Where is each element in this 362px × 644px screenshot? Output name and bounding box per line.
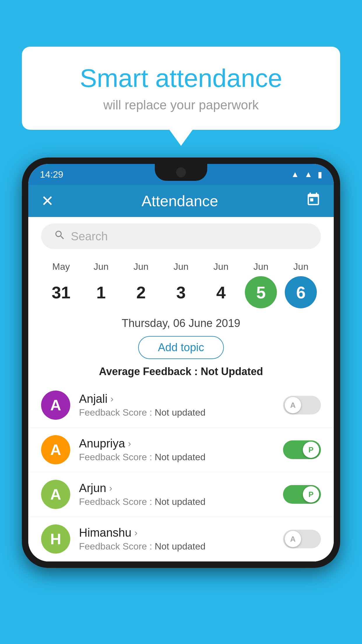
app-bar: ✕ Attendance xyxy=(28,185,334,217)
cal-month-label: May xyxy=(52,261,70,272)
cal-date-number[interactable]: 4 xyxy=(205,276,237,308)
add-topic-container: Add topic xyxy=(28,332,334,363)
attendance-toggle-0[interactable]: A xyxy=(283,396,321,414)
attendance-toggle-1[interactable]: P xyxy=(283,440,321,459)
student-name-1[interactable]: Anupriya › xyxy=(79,437,274,450)
cal-month-label: Jun xyxy=(94,261,109,272)
student-info-3: Himanshu ›Feedback Score : Not updated xyxy=(79,526,274,552)
attendance-toggle-3[interactable]: A xyxy=(283,530,321,548)
calendar-day-2[interactable]: Jun2 xyxy=(121,261,161,308)
feedback-score-3: Not updated xyxy=(155,541,205,552)
calendar-day-1[interactable]: Jun1 xyxy=(81,261,121,308)
student-feedback-2: Feedback Score : Not updated xyxy=(79,496,274,507)
student-info-2: Arjun ›Feedback Score : Not updated xyxy=(79,482,274,507)
phone-camera xyxy=(176,167,186,177)
speech-bubble-subtitle: will replace your paperwork xyxy=(45,98,317,112)
cal-month-label: Jun xyxy=(173,261,189,272)
toggle-thumb-0: A xyxy=(285,397,301,413)
student-feedback-1: Feedback Score : Not updated xyxy=(79,452,274,463)
battery-icon: ▮ xyxy=(318,170,322,179)
calendar-strip: May31Jun1Jun2Jun3Jun4Jun5Jun6 xyxy=(28,256,334,311)
chevron-icon: › xyxy=(134,527,138,538)
cal-date-number[interactable]: 1 xyxy=(85,276,117,308)
toggle-thumb-1: P xyxy=(303,442,319,458)
average-feedback-row: Average Feedback : Not Updated xyxy=(28,363,334,383)
student-info-1: Anupriya ›Feedback Score : Not updated xyxy=(79,437,274,463)
student-avatar-0: A xyxy=(41,391,70,420)
wifi-icon: ▲ xyxy=(291,170,299,179)
feedback-score-2: Not updated xyxy=(155,496,205,507)
attendance-toggle-2[interactable]: P xyxy=(283,485,321,504)
search-input[interactable]: Search xyxy=(71,230,108,243)
student-item-1[interactable]: AAnupriya ›Feedback Score : Not updatedP xyxy=(28,428,334,472)
calendar-day-4[interactable]: Jun4 xyxy=(201,261,241,308)
feedback-label: Average Feedback : xyxy=(99,365,201,377)
search-icon xyxy=(54,229,66,244)
feedback-score-0: Not updated xyxy=(155,407,205,418)
calendar-day-6[interactable]: Jun6 xyxy=(281,261,321,308)
student-name-0[interactable]: Anjali › xyxy=(79,392,274,405)
phone-screen: 14:29 ▲ ▲ ▮ ✕ Attendance xyxy=(28,164,334,561)
phone-notch xyxy=(155,164,207,181)
speech-bubble-container: Smart attendance will replace your paper… xyxy=(22,47,340,130)
student-avatar-3: H xyxy=(41,524,70,554)
selected-date-text: Thursday, 06 June 2019 xyxy=(122,317,240,329)
chevron-icon: › xyxy=(110,393,114,404)
student-info-0: Anjali ›Feedback Score : Not updated xyxy=(79,392,274,418)
student-name-3[interactable]: Himanshu › xyxy=(79,526,274,539)
cal-month-label: Jun xyxy=(294,261,309,272)
student-feedback-0: Feedback Score : Not updated xyxy=(79,407,274,418)
speech-bubble: Smart attendance will replace your paper… xyxy=(22,47,340,130)
student-list: AAnjali ›Feedback Score : Not updatedAAA… xyxy=(28,383,334,561)
cal-date-number[interactable]: 3 xyxy=(165,276,197,308)
student-avatar-2: A xyxy=(41,480,70,509)
calendar-day-0[interactable]: May31 xyxy=(41,261,81,308)
cal-date-number[interactable]: 6 xyxy=(285,276,317,308)
student-item-3[interactable]: HHimanshu ›Feedback Score : Not updatedA xyxy=(28,517,334,561)
search-container: Search xyxy=(28,217,334,256)
student-avatar-1: A xyxy=(41,435,70,464)
app-bar-title: Attendance xyxy=(141,192,218,210)
calendar-day-3[interactable]: Jun3 xyxy=(161,261,201,308)
student-item-0[interactable]: AAnjali ›Feedback Score : Not updatedA xyxy=(28,383,334,428)
cal-date-number[interactable]: 5 xyxy=(245,276,277,308)
phone-frame: 14:29 ▲ ▲ ▮ ✕ Attendance xyxy=(22,158,340,644)
student-name-2[interactable]: Arjun › xyxy=(79,482,274,495)
phone-outer: 14:29 ▲ ▲ ▮ ✕ Attendance xyxy=(22,158,340,568)
search-bar[interactable]: Search xyxy=(41,223,321,249)
student-item-2[interactable]: AArjun ›Feedback Score : Not updatedP xyxy=(28,472,334,517)
close-button[interactable]: ✕ xyxy=(41,192,54,210)
toggle-thumb-3: A xyxy=(285,531,301,547)
feedback-value: Not Updated xyxy=(201,365,263,377)
status-icons: ▲ ▲ ▮ xyxy=(291,170,322,179)
chevron-icon: › xyxy=(128,438,131,449)
add-topic-button[interactable]: Add topic xyxy=(138,336,224,359)
cal-month-label: Jun xyxy=(253,261,268,272)
chevron-icon: › xyxy=(109,483,112,494)
date-header: Thursday, 06 June 2019 xyxy=(28,311,334,332)
cal-date-number[interactable]: 2 xyxy=(125,276,157,308)
speech-bubble-title: Smart attendance xyxy=(45,64,317,92)
calendar-button[interactable] xyxy=(306,192,321,210)
signal-icon: ▲ xyxy=(304,170,312,179)
feedback-score-1: Not updated xyxy=(155,452,205,462)
toggle-thumb-2: P xyxy=(303,486,319,503)
student-feedback-3: Feedback Score : Not updated xyxy=(79,541,274,552)
calendar-day-5[interactable]: Jun5 xyxy=(241,261,281,308)
average-feedback-text: Average Feedback : Not Updated xyxy=(99,365,263,377)
status-time: 14:29 xyxy=(40,169,63,180)
cal-month-label: Jun xyxy=(213,261,229,272)
cal-month-label: Jun xyxy=(133,261,149,272)
cal-date-number[interactable]: 31 xyxy=(45,276,77,308)
